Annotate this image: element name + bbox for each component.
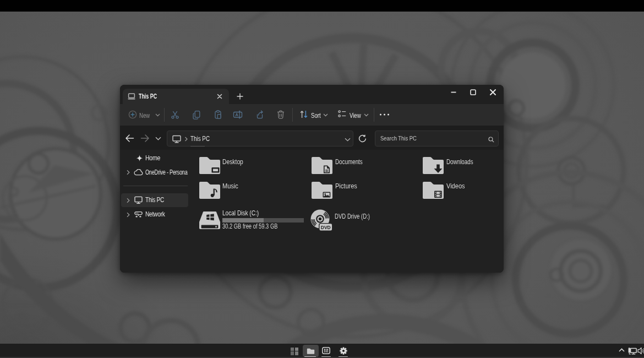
svg-text:DVD: DVD: [321, 225, 331, 230]
